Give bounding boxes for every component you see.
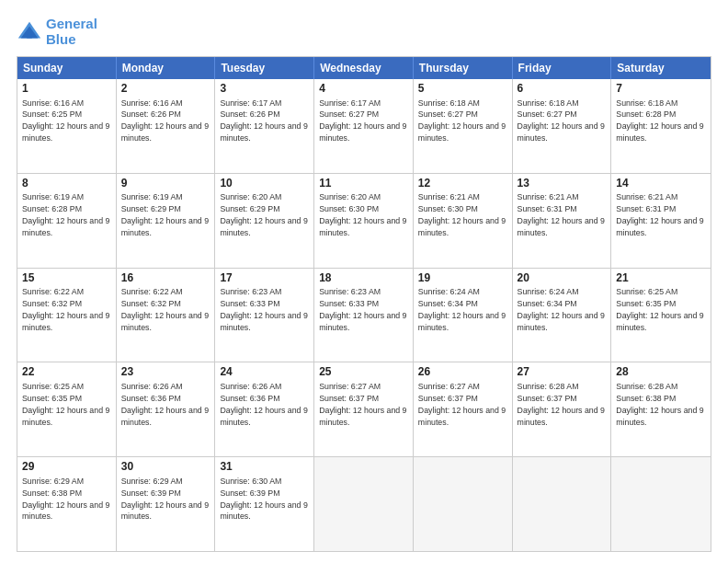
day-info: Sunrise: 6:20 AMSunset: 6:29 PMDaylight:… <box>220 192 307 237</box>
day-number: 30 <box>121 460 210 475</box>
day-info: Sunrise: 6:19 AMSunset: 6:28 PMDaylight:… <box>22 192 109 237</box>
day-number: 1 <box>22 82 111 97</box>
day-number: 10 <box>220 177 309 191</box>
day-cell-15: 15 Sunrise: 6:22 AMSunset: 6:32 PMDaylig… <box>17 269 117 362</box>
day-info: Sunrise: 6:18 AMSunset: 6:27 PMDaylight:… <box>418 98 506 144</box>
empty-cell <box>513 457 612 551</box>
header: General Blue <box>17 17 711 47</box>
day-cell-23: 23 Sunrise: 6:26 AMSunset: 6:36 PMDaylig… <box>117 362 216 456</box>
calendar-body: 1 Sunrise: 6:16 AMSunset: 6:25 PMDayligh… <box>17 79 711 551</box>
day-info: Sunrise: 6:17 AMSunset: 6:26 PMDaylight:… <box>220 98 307 144</box>
day-cell-16: 16 Sunrise: 6:22 AMSunset: 6:32 PMDaylig… <box>117 269 216 362</box>
calendar-header: SundayMondayTuesdayWednesdayThursdayFrid… <box>17 57 711 79</box>
day-cell-18: 18 Sunrise: 6:23 AMSunset: 6:33 PMDaylig… <box>314 269 414 362</box>
day-info: Sunrise: 6:28 AMSunset: 6:38 PMDaylight:… <box>616 382 703 427</box>
day-number: 18 <box>319 271 408 286</box>
day-cell-29: 29 Sunrise: 6:29 AMSunset: 6:38 PMDaylig… <box>17 457 117 551</box>
calendar-row-3: 15 Sunrise: 6:22 AMSunset: 6:32 PMDaylig… <box>17 268 711 362</box>
day-cell-5: 5 Sunrise: 6:18 AMSunset: 6:27 PMDayligh… <box>414 79 513 173</box>
header-day-friday: Friday <box>513 57 612 79</box>
day-info: Sunrise: 6:24 AMSunset: 6:34 PMDaylight:… <box>518 287 605 332</box>
day-number: 9 <box>121 177 210 191</box>
calendar-row-2: 8 Sunrise: 6:19 AMSunset: 6:28 PMDayligh… <box>17 173 711 268</box>
day-cell-20: 20 Sunrise: 6:24 AMSunset: 6:34 PMDaylig… <box>513 269 612 362</box>
day-cell-7: 7 Sunrise: 6:18 AMSunset: 6:28 PMDayligh… <box>611 79 711 173</box>
day-info: Sunrise: 6:28 AMSunset: 6:37 PMDaylight:… <box>518 382 605 427</box>
day-info: Sunrise: 6:18 AMSunset: 6:28 PMDaylight:… <box>616 98 703 144</box>
calendar: SundayMondayTuesdayWednesdayThursdayFrid… <box>17 56 711 552</box>
day-cell-2: 2 Sunrise: 6:16 AMSunset: 6:26 PMDayligh… <box>117 79 216 173</box>
header-day-thursday: Thursday <box>414 57 513 79</box>
day-cell-4: 4 Sunrise: 6:17 AMSunset: 6:27 PMDayligh… <box>314 79 414 173</box>
day-number: 19 <box>418 271 507 286</box>
day-cell-3: 3 Sunrise: 6:17 AMSunset: 6:26 PMDayligh… <box>215 79 314 173</box>
day-info: Sunrise: 6:21 AMSunset: 6:31 PMDaylight:… <box>616 192 703 237</box>
calendar-row-5: 29 Sunrise: 6:29 AMSunset: 6:38 PMDaylig… <box>17 456 711 551</box>
day-number: 28 <box>616 365 706 380</box>
day-cell-14: 14 Sunrise: 6:21 AMSunset: 6:31 PMDaylig… <box>611 174 711 268</box>
day-number: 20 <box>518 271 607 286</box>
day-number: 29 <box>22 460 111 475</box>
calendar-row-4: 22 Sunrise: 6:25 AMSunset: 6:35 PMDaylig… <box>17 362 711 456</box>
header-day-saturday: Saturday <box>611 57 711 79</box>
day-cell-31: 31 Sunrise: 6:30 AMSunset: 6:39 PMDaylig… <box>215 457 314 551</box>
day-cell-28: 28 Sunrise: 6:28 AMSunset: 6:38 PMDaylig… <box>611 362 711 456</box>
day-number: 25 <box>319 365 408 380</box>
header-day-sunday: Sunday <box>17 57 117 79</box>
day-info: Sunrise: 6:27 AMSunset: 6:37 PMDaylight:… <box>319 382 406 427</box>
day-number: 8 <box>22 177 111 191</box>
day-cell-27: 27 Sunrise: 6:28 AMSunset: 6:37 PMDaylig… <box>513 362 612 456</box>
day-info: Sunrise: 6:25 AMSunset: 6:35 PMDaylight:… <box>616 287 703 332</box>
empty-cell <box>314 457 414 551</box>
header-day-wednesday: Wednesday <box>314 57 414 79</box>
logo-text: General Blue <box>46 17 97 47</box>
day-number: 17 <box>220 271 309 286</box>
day-info: Sunrise: 6:22 AMSunset: 6:32 PMDaylight:… <box>121 287 209 332</box>
day-info: Sunrise: 6:16 AMSunset: 6:25 PMDaylight:… <box>22 98 109 144</box>
day-cell-26: 26 Sunrise: 6:27 AMSunset: 6:37 PMDaylig… <box>414 362 513 456</box>
day-cell-25: 25 Sunrise: 6:27 AMSunset: 6:37 PMDaylig… <box>314 362 414 456</box>
day-number: 11 <box>319 177 408 191</box>
day-info: Sunrise: 6:22 AMSunset: 6:32 PMDaylight:… <box>22 287 109 332</box>
day-info: Sunrise: 6:24 AMSunset: 6:34 PMDaylight:… <box>418 287 506 332</box>
day-number: 12 <box>418 177 507 191</box>
day-cell-22: 22 Sunrise: 6:25 AMSunset: 6:35 PMDaylig… <box>17 362 117 456</box>
day-cell-6: 6 Sunrise: 6:18 AMSunset: 6:27 PMDayligh… <box>513 79 612 173</box>
day-number: 21 <box>616 271 706 286</box>
day-number: 2 <box>121 82 210 97</box>
logo-icon <box>17 19 42 45</box>
day-number: 31 <box>220 460 309 475</box>
day-info: Sunrise: 6:21 AMSunset: 6:31 PMDaylight:… <box>518 192 605 237</box>
day-cell-10: 10 Sunrise: 6:20 AMSunset: 6:29 PMDaylig… <box>215 174 314 268</box>
day-info: Sunrise: 6:19 AMSunset: 6:29 PMDaylight:… <box>121 192 209 237</box>
day-number: 22 <box>22 365 111 380</box>
day-info: Sunrise: 6:29 AMSunset: 6:39 PMDaylight:… <box>121 477 209 522</box>
day-number: 16 <box>121 271 210 286</box>
day-number: 4 <box>319 82 408 97</box>
day-number: 5 <box>418 82 507 97</box>
header-day-monday: Monday <box>117 57 216 79</box>
day-cell-21: 21 Sunrise: 6:25 AMSunset: 6:35 PMDaylig… <box>611 269 711 362</box>
day-info: Sunrise: 6:20 AMSunset: 6:30 PMDaylight:… <box>319 192 406 237</box>
empty-cell <box>414 457 513 551</box>
day-cell-11: 11 Sunrise: 6:20 AMSunset: 6:30 PMDaylig… <box>314 174 414 268</box>
day-cell-30: 30 Sunrise: 6:29 AMSunset: 6:39 PMDaylig… <box>117 457 216 551</box>
day-info: Sunrise: 6:18 AMSunset: 6:27 PMDaylight:… <box>518 98 605 144</box>
logo: General Blue <box>17 17 97 47</box>
day-cell-24: 24 Sunrise: 6:26 AMSunset: 6:36 PMDaylig… <box>215 362 314 456</box>
day-cell-1: 1 Sunrise: 6:16 AMSunset: 6:25 PMDayligh… <box>17 79 117 173</box>
day-info: Sunrise: 6:27 AMSunset: 6:37 PMDaylight:… <box>418 382 506 427</box>
page: General Blue SundayMondayTuesdayWednesda… <box>0 0 728 563</box>
day-number: 6 <box>518 82 607 97</box>
day-number: 23 <box>121 365 210 380</box>
day-info: Sunrise: 6:21 AMSunset: 6:30 PMDaylight:… <box>418 192 506 237</box>
day-cell-13: 13 Sunrise: 6:21 AMSunset: 6:31 PMDaylig… <box>513 174 612 268</box>
day-number: 26 <box>418 365 507 380</box>
day-info: Sunrise: 6:26 AMSunset: 6:36 PMDaylight:… <box>220 382 307 427</box>
day-cell-17: 17 Sunrise: 6:23 AMSunset: 6:33 PMDaylig… <box>215 269 314 362</box>
day-number: 15 <box>22 271 111 286</box>
svg-rect-2 <box>27 34 32 38</box>
day-info: Sunrise: 6:29 AMSunset: 6:38 PMDaylight:… <box>22 477 109 522</box>
day-cell-19: 19 Sunrise: 6:24 AMSunset: 6:34 PMDaylig… <box>414 269 513 362</box>
day-number: 3 <box>220 82 309 97</box>
